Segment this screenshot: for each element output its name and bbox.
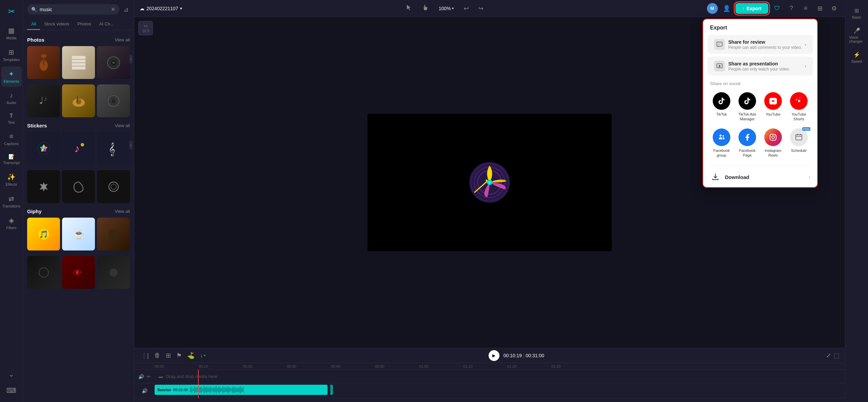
social-schedule[interactable]: Free Schedule (787, 126, 810, 160)
marker-tool[interactable]: ⚑ (175, 350, 183, 361)
sidebar-item-transitions[interactable]: ⇄ Transitions (1, 191, 22, 212)
sticker-item-2[interactable]: ♪ (62, 132, 95, 165)
photos-more-btn[interactable]: › (129, 55, 133, 64)
select-tool-btn[interactable] (403, 2, 414, 15)
sidebar-right-basic[interactable]: ⊞ Basic (847, 4, 867, 23)
svg-point-9 (113, 62, 115, 64)
sidebar-keyboard-btn[interactable]: ⌨ (1, 383, 22, 398)
more-tool[interactable]: ⊞ (164, 350, 172, 361)
giphy-item-1[interactable]: 🎵 (27, 218, 60, 250)
search-clear-icon[interactable]: ✕ (111, 6, 115, 13)
sidebar-item-audio[interactable]: ♪ Audio (1, 88, 22, 108)
share-for-review-btn[interactable]: Share for review People can add comments… (707, 35, 813, 54)
volume-icon[interactable]: 🔊 (138, 374, 144, 379)
download-btn[interactable]: Download › (703, 167, 817, 187)
sticker-item-5[interactable] (62, 170, 95, 203)
search-input[interactable] (40, 7, 108, 12)
shield-icon-btn[interactable]: 🛡 (772, 3, 783, 14)
stickers-view-all[interactable]: View all (115, 123, 130, 128)
help-btn[interactable]: ? (786, 3, 797, 14)
filter-icon[interactable]: ⊿ (122, 4, 130, 15)
photo-item-2[interactable] (62, 46, 95, 79)
search-box[interactable]: 🔍 ✕ (27, 4, 119, 15)
tab-photos[interactable]: Photos (73, 19, 95, 30)
social-instagram[interactable]: Instagram Reels (762, 126, 785, 160)
comments-btn[interactable]: ≡ (800, 3, 811, 14)
sidebar-item-transcript[interactable]: 📝 Transcript (1, 150, 22, 168)
tab-all[interactable]: All (27, 19, 40, 30)
zoom-control[interactable]: 100% ▾ (436, 4, 457, 13)
captions-timeline-icon[interactable]: ⬚ (834, 352, 840, 359)
sidebar-right-speed[interactable]: ⚡ Speed (847, 48, 867, 67)
social-fb-group[interactable]: Facebook group (710, 126, 733, 160)
undo-btn[interactable]: ↩ (462, 3, 471, 14)
user-avatar[interactable]: M (707, 3, 718, 14)
drag-drop-hint: ▬ Drag and drop media here (155, 370, 845, 383)
redo-btn[interactable]: ↪ (476, 3, 486, 14)
sticker-item-3[interactable]: 𝄞 (97, 132, 130, 165)
photo-item-6[interactable] (97, 84, 130, 117)
photo-item-1[interactable] (27, 46, 60, 79)
sticker-item-1[interactable] (27, 132, 60, 165)
social-fb-page[interactable]: Facebook Page (736, 126, 759, 160)
audio-volume-icon[interactable]: 🔊 (142, 388, 147, 394)
stickers-more-btn[interactable]: › (129, 141, 133, 149)
audio-track-content[interactable]: Sunrise 00:31:00 (155, 383, 845, 398)
social-tiktok[interactable]: TikTok (710, 90, 733, 124)
edit-icon[interactable]: ✏ (147, 374, 151, 379)
giphy-item-2[interactable]: ☕ (62, 218, 95, 250)
sticker-item-6[interactable] (97, 170, 130, 203)
tab-stock-videos[interactable]: Stock videos (40, 19, 73, 30)
svg-point-16 (112, 99, 116, 103)
fb-page-icon (738, 128, 756, 146)
project-name[interactable]: ☁ 202402221107 ▾ (140, 6, 182, 11)
split-tool[interactable]: ⋮| (140, 350, 150, 361)
share-as-presentation-btn[interactable]: Share as presentation People can only wa… (707, 57, 813, 76)
photo-item-5[interactable] (62, 84, 95, 117)
layout-btn[interactable]: ⊞ (814, 3, 825, 14)
giphy-item-4[interactable] (27, 256, 60, 289)
sidebar-item-media[interactable]: ▦ Media (1, 23, 22, 43)
social-youtube[interactable]: YouTube (762, 90, 785, 124)
sidebar-item-elements[interactable]: ✦ Elements (1, 66, 22, 87)
settings-btn[interactable]: ⚙ (829, 3, 840, 14)
sidebar-collapse-btn[interactable]: ⌄ (1, 367, 22, 382)
giphy-item-6[interactable] (97, 256, 130, 289)
aspect-ratio-badge[interactable]: ▭ 16:9 (138, 21, 153, 35)
giphy-item-3[interactable] (97, 218, 130, 250)
share-presentation-chevron: › (805, 63, 806, 69)
social-tiktok-ads[interactable]: TikTok Ads Manager (736, 90, 759, 124)
delete-tool[interactable]: 🗑 (153, 350, 162, 360)
add-media-tool[interactable]: ↓▾ (199, 350, 207, 360)
top-bar-center: 100% ▾ ↩ ↪ (403, 2, 486, 15)
audio-clip-end-handle[interactable] (330, 385, 333, 395)
play-button[interactable]: ▶ (489, 350, 499, 361)
export-button[interactable]: ↑ Export (735, 3, 768, 14)
video-track-content[interactable]: ▬ Drag and drop media here (155, 370, 845, 383)
giphy-view-all[interactable]: View all (115, 209, 130, 214)
panel-content: Photos View all › (23, 30, 134, 402)
tab-ai-ch[interactable]: AI Ch... (95, 19, 118, 30)
panel-search-bar: 🔍 ✕ ⊿ (23, 0, 134, 19)
flag-tool[interactable]: ⛳ (186, 350, 196, 361)
sidebar-item-effects[interactable]: ✨ Effects (1, 169, 22, 190)
fullscreen-icon[interactable]: ⤢ (826, 352, 831, 359)
photo-item-3[interactable] (97, 46, 130, 79)
sidebar-item-filters[interactable]: ◈ Filters (1, 213, 22, 233)
photo-item-4[interactable]: ♩ ♪ (27, 84, 60, 117)
text-icon: T (10, 113, 13, 119)
audio-clip[interactable]: Sunrise 00:31:00 (155, 385, 328, 395)
sidebar-right-voice-changer[interactable]: 🎤 Voice changer (847, 24, 867, 47)
ruler-mark-6: 01:00 (419, 364, 463, 368)
audio-track-row: 🔊 Sunrise 00:31:00 (134, 383, 845, 398)
sidebar-item-templates[interactable]: ⊞ Templates (1, 45, 22, 65)
photos-view-all[interactable]: View all (115, 37, 130, 42)
hand-tool-btn[interactable] (420, 2, 431, 15)
sticker-item-4[interactable] (27, 170, 60, 203)
sidebar-item-captions[interactable]: ≡ Captions (1, 129, 22, 149)
transitions-icon: ⇄ (8, 195, 14, 203)
giphy-item-5[interactable]: 👁 (62, 256, 95, 289)
social-youtube-shorts[interactable]: YouTube Shorts (787, 90, 810, 124)
add-collaborator-btn[interactable]: 👤 (721, 3, 732, 14)
sidebar-item-text[interactable]: T Text (1, 109, 22, 128)
